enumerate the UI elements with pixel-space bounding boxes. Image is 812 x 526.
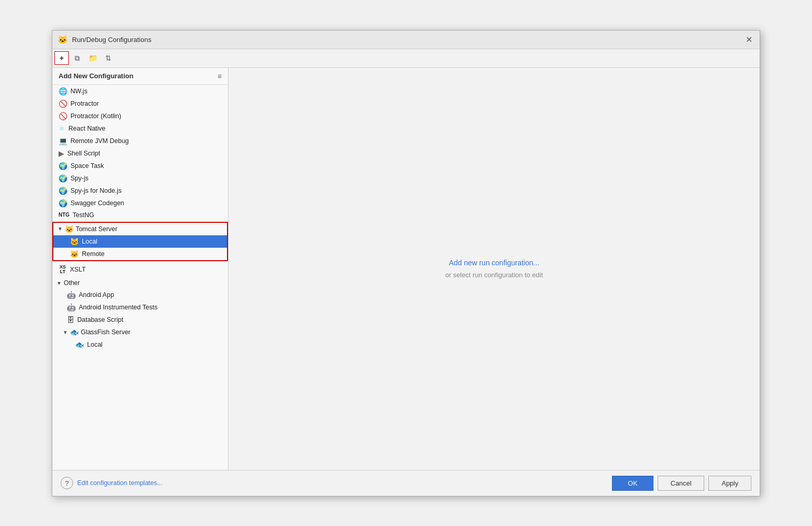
run-debug-dialog: 🐱 Run/Debug Configurations ✕ + ⧉ 📁 ⇅ Add… — [52, 30, 760, 496]
react-native-label: React Native — [68, 125, 106, 132]
tree-item-space-task[interactable]: 🌍 Space Task — [52, 160, 228, 172]
glassfish-local-label: Local — [87, 341, 103, 348]
other-label: Other — [64, 279, 80, 287]
bottom-bar: ? Edit configuration templates... OK Can… — [52, 470, 760, 496]
close-button[interactable]: ✕ — [743, 34, 754, 45]
tomcat-icon: 🐱 — [65, 225, 74, 233]
tree-item-testng[interactable]: NTG TestNG — [52, 209, 228, 221]
tomcat-remote-label: Remote — [82, 250, 105, 258]
bottom-right: OK Cancel Apply — [612, 476, 751, 491]
other-group[interactable]: ▼ Other — [52, 277, 228, 289]
android-app-label: Android App — [79, 291, 114, 298]
protractor-kotlin-label: Protractor (Kotlin) — [70, 112, 121, 120]
tree-item-android-app[interactable]: 🤖 Android App — [52, 289, 228, 301]
spy-js-node-label: Spy-js for Node.js — [70, 187, 122, 194]
tree-item-nwjs[interactable]: 🌐 NW.js — [52, 85, 228, 97]
tree-item-shell-script[interactable]: ▶ Shell Script — [52, 147, 228, 160]
tree-item-db-script[interactable]: 🗄 Database Script — [52, 314, 228, 326]
spy-js-icon: 🌍 — [59, 174, 67, 182]
bottom-left: ? Edit configuration templates... — [61, 477, 163, 489]
nwjs-label: NW.js — [70, 88, 88, 95]
remote-jvm-icon: 💻 — [59, 137, 67, 145]
tree-item-swagger[interactable]: 🌍 Swagger Codegen — [52, 197, 228, 209]
tree-item-glassfish-local[interactable]: 🐟 Local — [52, 338, 228, 351]
glassfish-group[interactable]: ▼ 🐟 GlassFish Server — [52, 326, 228, 338]
spy-js-node-icon: 🌍 — [59, 187, 67, 195]
tree-item-remote-jvm[interactable]: 💻 Remote JVM Debug — [52, 135, 228, 147]
left-panel-menu-icon[interactable]: ≡ — [218, 72, 222, 80]
glassfish-label: GlassFish Server — [81, 329, 131, 336]
add-config-hint-text: or select run configuration to edit — [445, 271, 543, 279]
xslt-icon: XSLT — [59, 264, 67, 276]
android-inst-label: Android Instrumented Tests — [79, 304, 158, 311]
db-script-icon: 🗄 — [67, 316, 74, 324]
shell-script-icon: ▶ — [59, 149, 64, 158]
tree-item-tomcat-local[interactable]: 🐱 Local — [53, 235, 227, 248]
tree-item-protractor[interactable]: 🚫 Protractor — [52, 97, 228, 110]
android-app-icon: 🤖 — [67, 291, 76, 299]
sort-config-button[interactable]: ⇅ — [101, 51, 116, 65]
swagger-icon: 🌍 — [59, 199, 67, 207]
remote-jvm-label: Remote JVM Debug — [70, 137, 129, 145]
tomcat-remote-icon: 🐱 — [70, 250, 79, 258]
protractor-icon: 🚫 — [59, 99, 67, 108]
tree-item-tomcat-remote[interactable]: 🐱 Remote — [53, 248, 227, 260]
dialog-icon: 🐱 — [58, 35, 68, 45]
ok-button[interactable]: OK — [612, 476, 653, 491]
tree-item-xslt[interactable]: XSLT XSLT — [52, 262, 228, 278]
main-content: Add New Configuration ≡ 🌐 NW.js 🚫 Protra… — [52, 68, 760, 470]
glassfish-chevron: ▼ — [63, 330, 68, 335]
tree-item-spy-js-node[interactable]: 🌍 Spy-js for Node.js — [52, 184, 228, 197]
tree-item-spy-js[interactable]: 🌍 Spy-js — [52, 172, 228, 184]
tomcat-local-label: Local — [82, 238, 97, 245]
edit-templates-link[interactable]: Edit configuration templates... — [77, 479, 163, 487]
tomcat-chevron: ▼ — [58, 226, 63, 232]
apply-button[interactable]: Apply — [708, 476, 751, 491]
space-task-label: Space Task — [70, 162, 104, 169]
tomcat-local-icon: 🐱 — [70, 237, 79, 246]
swagger-label: Swagger Codegen — [70, 200, 124, 207]
xslt-label: XSLT — [70, 266, 86, 273]
shell-script-label: Shell Script — [67, 150, 100, 157]
folder-config-button[interactable]: 📁 — [86, 51, 100, 65]
tomcat-server-group[interactable]: ▼ 🐱 Tomcat Server — [53, 223, 227, 235]
cancel-button[interactable]: Cancel — [658, 476, 704, 491]
title-bar: 🐱 Run/Debug Configurations ✕ — [52, 31, 760, 49]
left-panel: Add New Configuration ≡ 🌐 NW.js 🚫 Protra… — [52, 68, 229, 470]
copy-config-button[interactable]: ⧉ — [70, 51, 84, 65]
other-chevron: ▼ — [56, 280, 62, 286]
right-panel: Add new run configuration... or select r… — [229, 68, 760, 470]
title-bar-left: 🐱 Run/Debug Configurations — [58, 35, 151, 45]
left-panel-header: Add New Configuration ≡ — [52, 68, 228, 85]
tree-item-protractor-kotlin[interactable]: 🚫 Protractor (Kotlin) — [52, 110, 228, 122]
tomcat-label: Tomcat Server — [76, 225, 118, 233]
tree-item-android-inst[interactable]: 🤖 Android Instrumented Tests — [52, 301, 228, 314]
react-native-icon: ⚛ — [59, 124, 65, 133]
help-button[interactable]: ? — [61, 477, 73, 489]
dialog-title: Run/Debug Configurations — [72, 36, 151, 44]
space-task-icon: 🌍 — [59, 162, 67, 170]
spy-js-label: Spy-js — [70, 175, 89, 182]
glassfish-local-icon: 🐟 — [75, 340, 84, 349]
protractor-kotlin-icon: 🚫 — [59, 112, 67, 120]
tree-item-react-native[interactable]: ⚛ React Native — [52, 122, 228, 135]
tomcat-group-wrapper: ▼ 🐱 Tomcat Server 🐱 Local 🐱 Remote — [52, 222, 228, 261]
testng-label: TestNG — [73, 211, 94, 219]
add-config-button[interactable]: + — [54, 51, 69, 65]
add-config-hint-link[interactable]: Add new run configuration... — [449, 259, 539, 267]
nwjs-icon: 🌐 — [59, 87, 67, 95]
protractor-label: Protractor — [70, 100, 99, 107]
toolbar: + ⧉ 📁 ⇅ — [52, 49, 760, 68]
db-script-label: Database Script — [77, 316, 123, 323]
tree-container[interactable]: 🌐 NW.js 🚫 Protractor 🚫 Protractor (Kotli… — [52, 85, 228, 470]
glassfish-icon: 🐟 — [70, 328, 79, 336]
left-panel-title: Add New Configuration — [59, 72, 133, 80]
android-inst-icon: 🤖 — [67, 303, 76, 311]
testng-icon: NTG — [59, 212, 69, 218]
